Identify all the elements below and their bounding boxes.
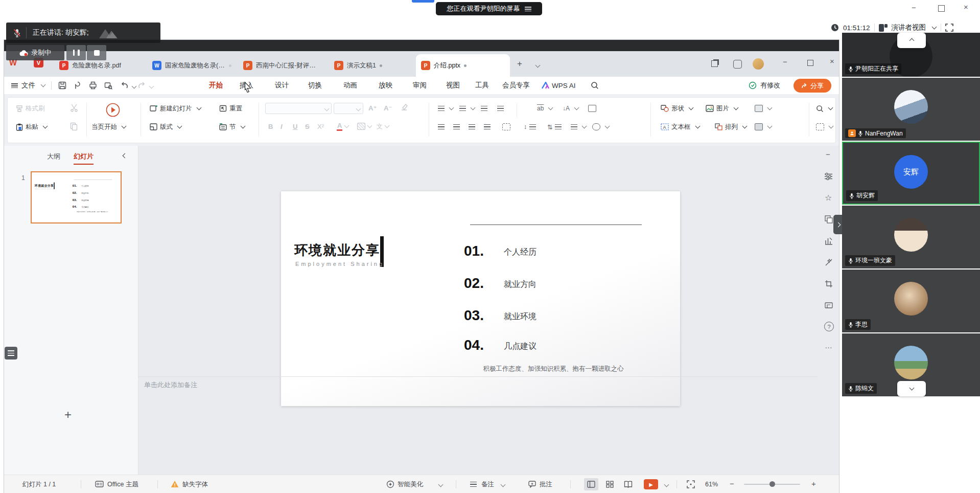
properties-icon[interactable] [824, 172, 833, 181]
meeting-maximize-button[interactable] [938, 5, 945, 12]
notes-label[interactable]: 备注 [481, 475, 494, 493]
zoom-slider-knob[interactable] [769, 481, 775, 487]
reset-button[interactable]: 重置 [219, 102, 242, 115]
chart-edit-icon[interactable] [825, 237, 833, 245]
increase-indent-button[interactable] [497, 102, 504, 115]
text-direction-button[interactable]: ↓A [563, 102, 579, 115]
beautify-chevron-icon[interactable] [438, 482, 444, 487]
line-spacing-up-button[interactable]: ↕ [524, 120, 536, 133]
search-icon[interactable] [591, 81, 599, 89]
wps-minimize-button[interactable]: − [783, 57, 787, 66]
paragraph-layout-button[interactable] [592, 120, 610, 133]
comments-label[interactable]: 批注 [540, 475, 552, 493]
aspect-ratio-icon[interactable] [825, 301, 833, 309]
layers-icon[interactable] [825, 215, 833, 223]
font-color-button[interactable]: A [337, 120, 349, 132]
char-spacing-button[interactable]: ab [537, 102, 553, 115]
line-spacing-button[interactable] [571, 120, 587, 133]
undo-icon[interactable] [121, 82, 128, 89]
copy-icon[interactable] [70, 122, 78, 130]
bullet-list-button[interactable] [438, 102, 454, 115]
watching-banner[interactable]: 您正在观看尹朝阳的屏幕 [436, 2, 542, 15]
shapes-button[interactable]: 形状 [661, 102, 693, 115]
slide-sorter-view-button[interactable] [602, 478, 617, 490]
format-painter-button[interactable]: 格式刷 [16, 102, 45, 115]
arrange-button[interactable]: 排列 [715, 120, 747, 133]
more-tools-icon[interactable]: … [825, 341, 833, 350]
integrations-icon[interactable] [733, 60, 742, 69]
wps-close-button[interactable]: × [830, 57, 834, 65]
fullscreen-icon[interactable] [945, 24, 953, 32]
doc-tab-presentation1[interactable]: P演示文稿1 [329, 54, 417, 77]
doc-tab-word[interactable]: W国家危险废物名录(20 [147, 54, 239, 77]
tab-dot-icon[interactable] [229, 64, 231, 67]
picture-button[interactable]: 图片 [706, 102, 738, 115]
find-button[interactable] [816, 102, 833, 115]
menu-member[interactable]: 会员专享 [502, 77, 530, 94]
reading-view-button[interactable] [621, 478, 635, 490]
menu-home[interactable]: 开始 [209, 77, 223, 94]
increase-font-button[interactable]: A⁺ [368, 102, 377, 114]
tab-outline[interactable]: 大纲 [47, 152, 60, 161]
modified-label[interactable]: 有修改 [760, 77, 780, 94]
numbered-list-button[interactable] [459, 102, 475, 115]
collapse-strip-down-button[interactable] [897, 381, 926, 396]
select-button[interactable] [816, 120, 833, 133]
decrease-indent-button[interactable] [481, 102, 487, 115]
notes-divider[interactable] [138, 376, 818, 377]
redo-chevron-icon[interactable] [149, 84, 154, 89]
zoom-in-button[interactable]: + [811, 479, 816, 488]
tab-slides[interactable]: 幻灯片 [74, 152, 94, 165]
cut-icon[interactable] [70, 104, 78, 112]
doc-tab-intro-active[interactable]: P介绍.pptx [416, 54, 510, 77]
file-menu[interactable]: 文件 [11, 77, 45, 94]
slide-canvas[interactable]: 环境就业分享 Employment Sharing 01. 个人经历 02. 就… [281, 191, 680, 406]
add-slide-button[interactable]: + [64, 408, 72, 422]
account-avatar[interactable] [753, 58, 764, 70]
save-icon[interactable] [58, 81, 66, 89]
play-from-current-button[interactable]: 当页开始 [91, 120, 126, 133]
participant-tile[interactable]: NanFengWan [842, 78, 980, 141]
align-right-button[interactable] [469, 120, 475, 133]
font-size-combo[interactable] [334, 103, 363, 114]
zoom-percent[interactable]: 61% [705, 475, 718, 493]
textbox-button[interactable]: A 文本框 [661, 120, 700, 133]
menu-animation[interactable]: 动画 [343, 77, 357, 94]
justify-button[interactable] [484, 120, 491, 133]
menu-tools[interactable]: 工具 [475, 77, 489, 94]
print-preview-icon[interactable] [104, 81, 112, 89]
tab-dot-icon[interactable] [464, 64, 466, 67]
tab-list-chevron-icon[interactable] [535, 63, 541, 68]
bold-button[interactable]: B [268, 120, 273, 132]
meeting-minimize-button[interactable]: − [912, 3, 916, 12]
recording-stop-button[interactable] [87, 45, 106, 60]
wps-restore-button[interactable] [807, 60, 813, 66]
multi-window-icon[interactable] [711, 60, 718, 67]
beautify-label[interactable]: 智能美化 [398, 475, 423, 493]
fill-color-button[interactable] [755, 120, 772, 133]
align-center-button[interactable] [453, 120, 460, 133]
view-mode-label[interactable]: 演讲者视图 [892, 23, 926, 32]
paragraph-dialog-icon[interactable] [588, 102, 596, 115]
paste-button[interactable]: 粘贴 [16, 120, 48, 133]
play-from-current-icon[interactable] [106, 103, 120, 117]
crop-icon[interactable] [825, 280, 833, 288]
superscript-button[interactable]: X² [317, 120, 324, 132]
strikethrough-button[interactable]: S [305, 120, 310, 132]
normal-view-button[interactable] [584, 478, 598, 490]
print-icon[interactable] [89, 81, 97, 89]
highlight-color-button[interactable] [357, 120, 372, 132]
export-pdf-icon[interactable] [74, 81, 82, 89]
shape-style-button[interactable] [755, 102, 772, 115]
redo-icon[interactable] [138, 82, 146, 89]
menu-slideshow[interactable]: 放映 [379, 77, 392, 94]
share-button[interactable]: 分享 [794, 79, 831, 93]
floating-panel-button[interactable] [5, 347, 17, 360]
magic-tools-icon[interactable] [825, 258, 833, 266]
phonetic-guide-button[interactable]: 文 [377, 120, 389, 132]
columns-button[interactable] [502, 120, 510, 133]
banner-menu-icon[interactable] [525, 7, 531, 11]
clear-format-icon[interactable] [400, 103, 408, 111]
undo-chevron-icon[interactable] [132, 84, 137, 89]
section-button[interactable]: 节 [219, 120, 245, 133]
